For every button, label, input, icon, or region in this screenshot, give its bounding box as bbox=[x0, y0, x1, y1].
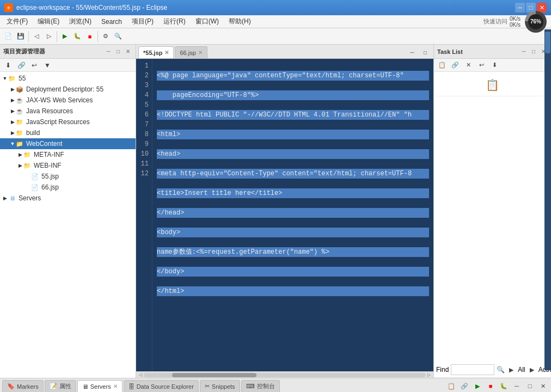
menu-file[interactable]: 文件(F) bbox=[2, 16, 32, 28]
title-bar: e eclipse-workspace - 55/WebContent/55.j… bbox=[0, 0, 551, 15]
run-button[interactable]: ▶ bbox=[59, 30, 71, 42]
tree-item-jaxws[interactable]: ▶ ☕ JAX-WS Web Services bbox=[0, 95, 136, 106]
cpu-percent: 76% bbox=[528, 14, 543, 29]
tab-console[interactable]: ⌨ 控制台 bbox=[241, 380, 280, 392]
editor-horizontal-scrollbar[interactable]: ◁ ▷ bbox=[136, 371, 433, 378]
panel-controls[interactable]: ─ □ ✕ bbox=[104, 47, 132, 56]
tab-properties[interactable]: 📝 属性 bbox=[45, 380, 76, 392]
tree-item-build[interactable]: ▶ 📁 build bbox=[0, 127, 136, 138]
cpu-monitor: 76% bbox=[525, 11, 547, 33]
bottom-run-btn[interactable]: ▶ bbox=[472, 380, 483, 392]
project-icon: 📁 bbox=[8, 74, 16, 83]
find-search-icon[interactable]: 🔍 bbox=[497, 366, 505, 373]
scroll-right-icon[interactable]: ▷ bbox=[426, 372, 432, 378]
find-bar: Find 🔍 ▶ All ▶ Activate... bbox=[434, 362, 551, 378]
app-icon: e bbox=[4, 3, 13, 12]
debug-button[interactable]: 🐛 bbox=[71, 30, 83, 42]
scroll-left-icon[interactable]: ◁ bbox=[137, 372, 144, 378]
save-button[interactable]: 💾 bbox=[15, 30, 27, 42]
menu-browse[interactable]: 浏览(N) bbox=[65, 16, 96, 28]
collapse-all-button[interactable]: ⬇ bbox=[2, 59, 14, 71]
tree-item-servers[interactable]: ▶ 🖥 Servers bbox=[0, 193, 136, 204]
tab-close-icon[interactable]: ✕ bbox=[198, 50, 203, 56]
line-numbers: 1234 5678 9101112 bbox=[136, 59, 152, 371]
bottom-btn1[interactable]: 📋 bbox=[445, 380, 457, 392]
find-label: Find bbox=[436, 366, 449, 373]
tab-markers[interactable]: 🔖 Markers bbox=[2, 380, 44, 392]
tab-close-icon[interactable]: ✕ bbox=[113, 383, 118, 389]
project-explorer-panel: 项目资源管理器 ─ □ ✕ ⬇ 🔗 ↩ ▼ ▼ 📁 55 ▶ 📦 bbox=[0, 45, 136, 378]
editor-maximize-button[interactable]: □ bbox=[419, 46, 431, 58]
panel-toolbar-btn3[interactable]: ↩ bbox=[28, 59, 40, 71]
new-button[interactable]: 📄 bbox=[2, 30, 14, 42]
network-up: 0K/s bbox=[510, 16, 521, 22]
task-panel-minimize[interactable]: ─ bbox=[519, 47, 528, 56]
tree-item-js-resources[interactable]: ▶ 📁 JavaScript Resources bbox=[0, 117, 136, 127]
tree-item-deployment[interactable]: ▶ 📦 Deployment Descriptor: 55 bbox=[0, 84, 136, 95]
bottom-maximize-btn[interactable]: □ bbox=[524, 380, 536, 392]
tree-item-66jsp[interactable]: 📄 66.jsp bbox=[0, 182, 136, 193]
tree-item-java-resources[interactable]: ▶ ☕ Java Resources bbox=[0, 106, 136, 117]
tree-item-meta-inf[interactable]: ▶ 📁 META-INF bbox=[0, 149, 136, 160]
tab-label: Markers bbox=[17, 383, 39, 390]
task-panel-controls[interactable]: ─ □ ✕ bbox=[519, 47, 548, 56]
arrow-icon: ▶ bbox=[10, 108, 15, 114]
menu-bar: 文件(F) 编辑(E) 浏览(N) Search 项目(P) 运行(R) 窗口(… bbox=[0, 15, 551, 28]
find-input[interactable] bbox=[451, 364, 494, 375]
bottom-minimize-btn[interactable]: ─ bbox=[511, 380, 523, 392]
editor-minimize-button[interactable]: ─ bbox=[406, 46, 418, 58]
tree-label: Java Resources bbox=[26, 107, 73, 115]
toolbar-btn-extra2[interactable]: 🔍 bbox=[112, 30, 124, 42]
bottom-panel-controls[interactable]: 📋 🔗 ▶ ■ 🐛 ─ □ ✕ bbox=[445, 380, 549, 392]
task-toolbar-btn4[interactable]: ↩ bbox=[475, 59, 487, 71]
bottom-close-btn[interactable]: ✕ bbox=[537, 380, 549, 392]
bottom-stop-btn[interactable]: ■ bbox=[485, 380, 497, 392]
forward-button[interactable]: ▷ bbox=[43, 30, 55, 42]
bottom-debug-btn[interactable]: 🐛 bbox=[498, 380, 510, 392]
all-label: All bbox=[518, 366, 525, 373]
task-toolbar-btn1[interactable]: 📋 bbox=[436, 59, 448, 71]
menu-help[interactable]: 帮助(H) bbox=[224, 16, 255, 28]
menu-project[interactable]: 项目(P) bbox=[127, 16, 158, 28]
menu-run[interactable]: 运行(R) bbox=[159, 16, 190, 28]
tab-66jsp[interactable]: 66.jsp ✕ bbox=[175, 46, 207, 58]
find-arrow2-icon[interactable]: ▶ bbox=[528, 365, 536, 375]
task-toolbar-btn5[interactable]: ⬇ bbox=[488, 59, 500, 71]
back-button[interactable]: ◁ bbox=[30, 30, 42, 42]
menu-edit[interactable]: 编辑(E) bbox=[33, 16, 64, 28]
task-list-panel: Task List ─ □ ✕ 📋 🔗 ✕ ↩ ⬇ 📋 Find 🔍 ▶ bbox=[434, 45, 551, 378]
find-arrow-icon[interactable]: ▶ bbox=[507, 365, 516, 375]
quick-access-label: 快速访问 bbox=[483, 17, 507, 26]
code-editor[interactable]: 1234 5678 9101112 <%@ page language="jav… bbox=[136, 59, 433, 371]
panel-minimize-button[interactable]: ─ bbox=[104, 47, 113, 56]
task-list-header: Task List ─ □ ✕ bbox=[434, 45, 551, 59]
menu-search[interactable]: Search bbox=[97, 16, 126, 28]
tab-servers[interactable]: 🖥 Servers ✕ bbox=[77, 380, 123, 392]
scrollbar-track[interactable] bbox=[144, 373, 426, 377]
arrow-icon: ▶ bbox=[2, 195, 8, 201]
bottom-btn2[interactable]: 🔗 bbox=[458, 380, 470, 392]
tree-item-web-inf[interactable]: ▶ 📁 WEB-INF bbox=[0, 160, 136, 171]
stop-button[interactable]: ■ bbox=[84, 30, 96, 42]
code-content[interactable]: <%@ page language="java" contentType="te… bbox=[152, 59, 433, 371]
link-editor-button[interactable]: 🔗 bbox=[15, 59, 27, 71]
scrollbar-thumb[interactable] bbox=[172, 373, 256, 377]
toolbar-btn-extra1[interactable]: ⚙ bbox=[100, 30, 112, 42]
snippets-icon: ✂ bbox=[205, 383, 210, 390]
tree-item-55jsp[interactable]: 📄 55.jsp bbox=[0, 171, 136, 182]
tree-item-webcontent[interactable]: ▼ 📁 WebContent bbox=[0, 138, 136, 149]
window-title: eclipse-workspace - 55/WebContent/55.jsp… bbox=[16, 4, 167, 11]
panel-maximize-button[interactable]: □ bbox=[114, 47, 123, 56]
panel-view-menu[interactable]: ▼ bbox=[41, 59, 53, 71]
tab-55jsp[interactable]: *55.jsp ✕ bbox=[138, 46, 174, 58]
menu-window[interactable]: 窗口(W) bbox=[191, 16, 223, 28]
tab-snippets[interactable]: ✂ Snippets bbox=[200, 380, 240, 392]
tab-close-icon[interactable]: ✕ bbox=[164, 50, 169, 56]
panel-close-button[interactable]: ✕ bbox=[124, 47, 132, 56]
task-toolbar-btn2[interactable]: 🔗 bbox=[449, 59, 461, 71]
tree-item-project-55[interactable]: ▼ 📁 55 bbox=[0, 73, 136, 84]
task-panel-maximize[interactable]: □ bbox=[529, 47, 538, 56]
folder-icon: 📁 bbox=[23, 150, 32, 159]
tab-data-source[interactable]: 🗄 Data Source Explorer bbox=[124, 380, 199, 392]
task-toolbar-btn3[interactable]: ✕ bbox=[462, 59, 474, 71]
